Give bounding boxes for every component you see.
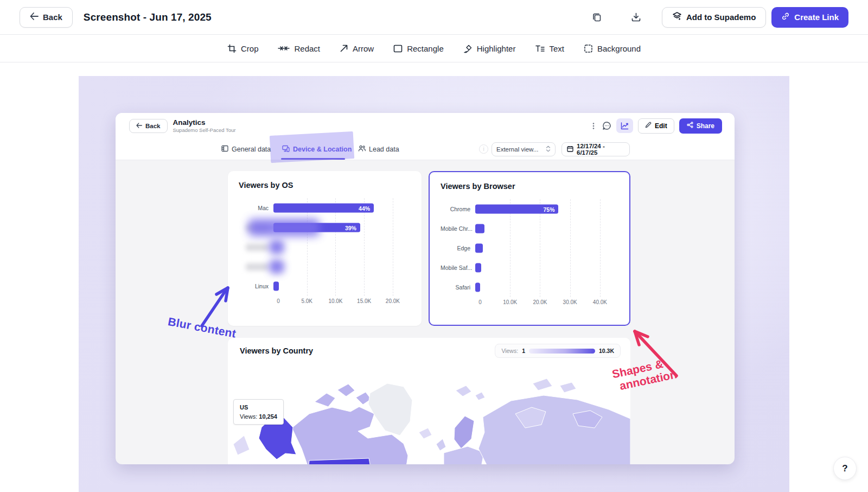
blurred-bar [269, 240, 284, 254]
tab-lead-data[interactable]: Lead data [358, 138, 399, 160]
pencil-icon [645, 122, 652, 130]
tool-rectangle-label: Rectangle [407, 44, 444, 53]
screenshot-image: Back Analytics Supademo Self-Paced Tour [116, 113, 735, 464]
bar [273, 282, 279, 291]
tooltip-views: Views: 10,254 [240, 412, 277, 421]
page: Back Screenshot - Jun 17, 2025 Add to Su… [0, 0, 868, 492]
bar-row [239, 237, 411, 257]
browser-x-axis: 010.0K20.0K30.0K40.0K [480, 297, 612, 306]
bar: 75% [475, 205, 558, 214]
bar-row: Edge [441, 238, 618, 258]
blurred-label [246, 263, 269, 270]
tool-redact-label: Redact [294, 44, 320, 53]
users-icon [358, 145, 366, 153]
views-legend: Views: 1 10.3K [495, 344, 621, 358]
tool-highlighter[interactable]: Highlighter [463, 44, 516, 53]
edit-button[interactable]: Edit [638, 118, 674, 134]
blur-annotation-overlay [248, 219, 320, 236]
tooltip-country: US [240, 403, 277, 412]
view-mode-dropdown[interactable]: External view... [492, 142, 556, 156]
tool-highlighter-label: Highlighter [477, 44, 516, 53]
tool-text[interactable]: Text [535, 44, 564, 53]
copy-icon[interactable] [587, 7, 608, 28]
back-label: Back [43, 12, 62, 22]
analytics-back-button[interactable]: Back [129, 119, 168, 133]
top-bar: Back Screenshot - Jun 17, 2025 Add to Su… [0, 0, 868, 35]
views-legend-label: Views: [501, 348, 518, 354]
page-title: Screenshot - Jun 17, 2025 [84, 11, 212, 23]
help-button[interactable]: ? [833, 457, 857, 480]
tool-background[interactable]: Background [584, 44, 641, 53]
bar-percent-label: 75% [543, 206, 554, 212]
arrow-left-icon [136, 123, 142, 129]
viewers-by-browser-plot: Chrome75%Mobile Chr...EdgeMobile Saf...S… [441, 199, 618, 306]
bar-row: 39% [239, 218, 411, 237]
tool-rectangle[interactable]: Rectangle [393, 44, 444, 53]
axis-tick-label: 5.0K [301, 298, 312, 304]
edit-label: Edit [655, 122, 667, 130]
analytics-chart-icon[interactable] [616, 118, 633, 133]
bar-percent-label: 39% [345, 224, 356, 231]
chevron-updown-icon [546, 146, 551, 153]
create-link-label: Create Link [794, 12, 839, 22]
date-range-picker[interactable]: 12/17/24 - 6/17/25 [561, 142, 630, 156]
analytics-titles: Analytics Supademo Self-Paced Tour [173, 118, 236, 133]
view-mode-value: External view... [496, 146, 538, 153]
bar [475, 244, 483, 253]
tool-crop-label: Crop [241, 44, 259, 53]
annotation-toolbar: Crop Redact Arrow Rectangle Highlighter … [0, 35, 868, 62]
views-legend-min: 1 [522, 348, 525, 354]
tool-arrow[interactable]: Arrow [340, 44, 374, 53]
world-map-svg [228, 362, 630, 464]
bar-row: Mobile Chr... [441, 219, 618, 238]
tool-crop[interactable]: Crop [227, 44, 259, 53]
add-to-supademo-button[interactable]: Add to Supademo [662, 7, 766, 28]
back-button[interactable]: Back [20, 7, 73, 28]
arrow-ne-icon [340, 44, 348, 53]
bar-row [239, 257, 411, 276]
analytics-header: Back Analytics Supademo Self-Paced Tour [116, 113, 735, 138]
kebab-menu-icon[interactable] [590, 122, 597, 130]
create-link-button[interactable]: Create Link [771, 7, 848, 28]
comment-icon[interactable] [602, 121, 611, 130]
tab-device-location-label: Device & Location [293, 146, 352, 153]
axis-tick-label: 40.0K [593, 299, 607, 305]
download-icon[interactable] [626, 7, 647, 28]
arrow-left-icon [30, 12, 39, 22]
axis-tick-label: 10.0K [503, 299, 517, 305]
devices-icon [282, 145, 290, 154]
map-tooltip: US Views: 10,254 [233, 399, 284, 425]
add-to-supademo-label: Add to Supademo [686, 12, 756, 22]
bar [475, 224, 484, 234]
world-map[interactable]: US Views: 10,254 [228, 362, 630, 464]
viewers-by-country-card: Viewers by Country Views: 1 10.3K [228, 338, 630, 464]
share-button[interactable]: Share [679, 118, 722, 134]
bar-row: Linux [239, 276, 411, 296]
background-icon [584, 44, 593, 53]
editor-canvas[interactable]: Back Analytics Supademo Self-Paced Tour [79, 76, 789, 492]
tab-device-location[interactable]: Device & Location [282, 138, 352, 160]
axis-tick-label: 30.0K [563, 299, 577, 305]
bar [475, 283, 480, 292]
axis-tick-label: 0 [277, 298, 280, 304]
top-bar-actions: Add to Supademo Create Link [587, 7, 848, 28]
text-icon [535, 45, 545, 53]
share-label: Share [697, 122, 714, 130]
tab-lead-data-label: Lead data [369, 146, 399, 153]
axis-tick-label: 15.0K [357, 298, 371, 304]
tool-background-label: Background [597, 44, 641, 53]
analytics-subtitle: Supademo Self-Paced Tour [173, 127, 236, 133]
bar-row: Chrome75% [441, 199, 618, 219]
tab-general-data[interactable]: General data [221, 138, 271, 160]
viewers-by-os-title: Viewers by OS [239, 181, 411, 190]
axis-tick-label: 20.0K [386, 298, 400, 304]
os-bar-rows: Mac44%39%Linux [239, 198, 411, 296]
browser-bar-rows: Chrome75%Mobile Chr...EdgeMobile Saf...S… [441, 199, 618, 297]
active-tab-underline [281, 158, 345, 160]
tab-general-data-label: General data [232, 146, 271, 153]
bar-row: Mobile Saf... [441, 258, 618, 277]
link-icon [781, 12, 790, 22]
bar: 44% [273, 204, 374, 213]
layers-plus-icon [672, 11, 682, 23]
tool-redact[interactable]: Redact [278, 44, 320, 53]
